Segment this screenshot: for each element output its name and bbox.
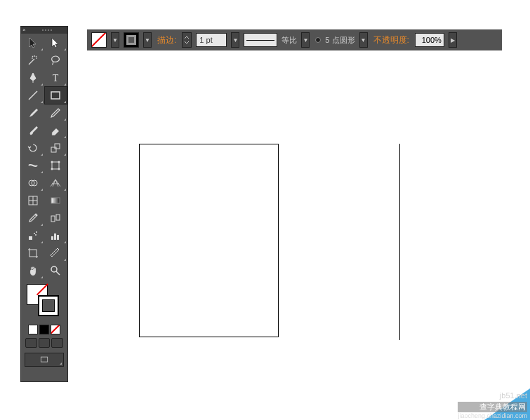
svg-rect-17 (56, 215, 60, 220)
svg-point-21 (35, 234, 37, 236)
lasso-tool[interactable] (45, 52, 67, 69)
blob-brush-tool[interactable] (22, 122, 44, 139)
profile-radio-icon (315, 37, 321, 43)
rectangle-shape[interactable] (139, 144, 279, 337)
toolbox-header: × (21, 27, 67, 34)
line-shape[interactable] (399, 144, 400, 340)
fill-dropdown[interactable]: ▼ (111, 32, 119, 48)
watermark-line2: 查字典教程网 (458, 402, 527, 412)
svg-point-6 (51, 161, 53, 163)
stroke-style-preview[interactable] (244, 33, 277, 47)
eraser-tool[interactable] (45, 122, 67, 139)
magic-wand-tool[interactable] (22, 52, 44, 69)
draw-normal-button[interactable] (25, 338, 37, 348)
svg-rect-32 (41, 357, 47, 362)
scale-tool[interactable] (45, 140, 67, 156)
pen-tool[interactable] (22, 69, 44, 86)
draw-behind-button[interactable] (39, 338, 51, 348)
stroke-type-label: 等比 (281, 35, 297, 46)
panel-grip-icon[interactable] (28, 29, 66, 31)
mesh-tool[interactable] (22, 192, 44, 209)
gradient-button[interactable] (39, 325, 49, 334)
slice-tool[interactable] (45, 245, 67, 262)
stroke-stepper[interactable] (182, 32, 192, 48)
stroke-weight-dropdown[interactable]: ▼ (231, 32, 239, 48)
opacity-input[interactable] (415, 33, 444, 47)
stroke-dropdown[interactable]: ▼ (143, 32, 152, 48)
column-graph-tool[interactable] (45, 227, 67, 244)
watermark-line1: jb51.net (458, 391, 527, 400)
svg-rect-15 (51, 198, 60, 203)
stroke-swatch-topbar[interactable] (124, 32, 139, 48)
svg-rect-22 (51, 236, 53, 240)
svg-line-31 (56, 271, 60, 275)
watermark-line3: jiaocheng.chazidian.com (458, 412, 527, 420)
stroke-weight-input[interactable] (196, 33, 227, 47)
draw-inside-button[interactable] (51, 338, 63, 348)
svg-point-20 (36, 231, 37, 233)
type-tool[interactable]: T (45, 69, 67, 86)
fill-stroke-swatches (21, 283, 67, 323)
stroke-swatch[interactable] (38, 295, 59, 316)
free-transform-tool[interactable] (45, 157, 67, 174)
opacity-label: 不透明度: (372, 34, 411, 46)
svg-rect-4 (55, 144, 60, 149)
perspective-grid-tool[interactable] (45, 175, 67, 191)
svg-text:T: T (53, 73, 59, 83)
fill-swatch-topbar[interactable] (91, 32, 107, 48)
stroke-type-dropdown[interactable]: ▼ (301, 32, 310, 48)
svg-rect-5 (52, 162, 59, 169)
profile-label: 5 点圆形 (325, 35, 355, 46)
svg-point-9 (58, 168, 60, 170)
stroke-label: 描边: (156, 34, 178, 46)
close-icon[interactable]: × (22, 27, 28, 33)
rectangle-tool[interactable] (45, 87, 67, 104)
svg-line-1 (29, 91, 37, 100)
zoom-tool[interactable] (45, 262, 67, 279)
width-tool[interactable] (22, 157, 44, 174)
svg-rect-16 (51, 216, 55, 222)
color-button[interactable] (28, 325, 38, 334)
watermark: jb51.net 查字典教程网 jiaocheng.chazidian.com (439, 381, 530, 420)
color-mode-row (21, 323, 67, 336)
svg-point-19 (34, 233, 35, 234)
artboard-tool[interactable] (22, 245, 44, 262)
selection-tool[interactable] (22, 34, 44, 51)
watermark-text: jb51.net 查字典教程网 jiaocheng.chazidian.com (458, 391, 530, 420)
toolbox-panel: × T (20, 26, 68, 382)
line-tool[interactable] (22, 87, 44, 104)
opacity-dropdown[interactable]: ▶ (449, 32, 457, 48)
svg-rect-24 (57, 235, 59, 240)
options-bar: ▼ ▼ 描边: ▼ 等比 ▼ 5 点圆形 ▼ 不透明度: ▶ (87, 29, 502, 50)
tool-grid: T (21, 34, 67, 280)
direct-selection-tool[interactable] (45, 34, 67, 51)
rotate-tool[interactable] (22, 140, 44, 156)
symbol-sprayer-tool[interactable] (22, 227, 44, 244)
paintbrush-tool[interactable] (22, 104, 44, 121)
none-button[interactable] (51, 325, 60, 334)
svg-rect-2 (51, 92, 60, 99)
svg-point-30 (51, 266, 57, 272)
svg-point-8 (51, 168, 53, 170)
shape-builder-tool[interactable] (22, 175, 44, 191)
svg-rect-3 (51, 147, 56, 152)
svg-rect-25 (29, 250, 37, 257)
eyedropper-tool[interactable] (22, 210, 44, 226)
screen-mode-button[interactable] (25, 353, 64, 367)
svg-point-7 (58, 161, 60, 163)
svg-rect-18 (29, 236, 32, 240)
pencil-tool[interactable] (45, 104, 67, 121)
canvas[interactable] (87, 50, 502, 394)
svg-rect-23 (54, 233, 56, 240)
blend-tool[interactable] (45, 210, 67, 226)
gradient-tool[interactable] (45, 192, 67, 209)
draw-mode-row (21, 336, 67, 350)
profile-dropdown[interactable]: ▼ (359, 32, 368, 48)
hand-tool[interactable] (22, 262, 44, 279)
